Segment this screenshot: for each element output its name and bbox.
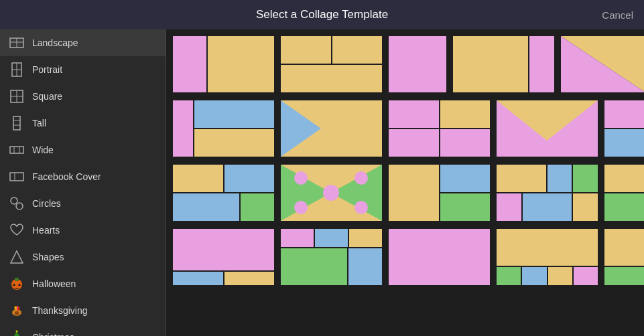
- main-layout: Landscape Portrait Square: [0, 29, 644, 336]
- sidebar-label-hearts: Hearts: [32, 225, 60, 236]
- app-header: Select a Collage Template Cancel: [0, 0, 644, 29]
- sidebar-item-shapes[interactable]: Shapes: [0, 244, 166, 270]
- wide-icon: [9, 143, 24, 157]
- square-icon: [9, 89, 24, 104]
- template-item[interactable]: [387, 35, 448, 94]
- thanksgiving-icon: [9, 303, 24, 318]
- template-row-3: [172, 163, 639, 222]
- hearts-icon: [9, 223, 24, 238]
- cancel-button[interactable]: Cancel: [602, 9, 633, 21]
- template-item[interactable]: [603, 228, 644, 286]
- template-item[interactable]: [495, 163, 599, 222]
- sidebar-label-thanksgiving: Thanksgiving: [32, 305, 88, 316]
- sidebar-label-shapes: Shapes: [32, 252, 64, 262]
- landscape-icon: [9, 35, 24, 50]
- sidebar-item-thanksgiving[interactable]: Thanksgiving: [0, 297, 166, 324]
- sidebar-item-hearts[interactable]: Hearts: [0, 217, 166, 244]
- template-item[interactable]: [279, 99, 383, 158]
- svg-rect-15: [10, 173, 23, 181]
- template-item[interactable]: [279, 228, 383, 286]
- template-item[interactable]: [279, 35, 383, 94]
- template-item[interactable]: [603, 163, 644, 222]
- template-row-4: [172, 228, 639, 286]
- sidebar-label-wide: Wide: [32, 145, 54, 155]
- svg-rect-12: [10, 147, 23, 153]
- facebook-icon: [9, 169, 24, 184]
- sidebar-item-landscape[interactable]: Landscape: [0, 29, 166, 56]
- template-item[interactable]: [495, 99, 599, 158]
- template-item[interactable]: [387, 228, 491, 286]
- svg-marker-19: [11, 251, 23, 263]
- portrait-icon: [9, 62, 24, 77]
- svg-point-39: [323, 185, 339, 201]
- sidebar-item-wide[interactable]: Wide: [0, 137, 166, 163]
- template-item[interactable]: [495, 228, 599, 286]
- template-row-2: [172, 99, 639, 158]
- sidebar-item-portrait[interactable]: Portrait: [0, 56, 166, 83]
- sidebar-label-square: Square: [32, 91, 62, 102]
- svg-point-40: [294, 171, 308, 185]
- sidebar-label-halloween: Halloween: [32, 278, 76, 289]
- svg-point-18: [16, 203, 23, 209]
- dialog-title: Select a Collage Template: [256, 8, 388, 21]
- svg-point-29: [16, 331, 18, 333]
- sidebar-item-tall[interactable]: Tall: [0, 110, 166, 137]
- sidebar-label-portrait: Portrait: [32, 64, 62, 75]
- sidebar-label-landscape: Landscape: [32, 37, 78, 48]
- sidebar-item-halloween[interactable]: Halloween: [0, 270, 166, 297]
- tall-icon: [9, 116, 24, 131]
- sidebar: Landscape Portrait Square: [0, 29, 166, 336]
- template-item[interactable]: [560, 35, 644, 94]
- sidebar-item-facebook[interactable]: Facebook Cover: [0, 163, 166, 190]
- svg-point-42: [294, 201, 308, 214]
- template-item[interactable]: [452, 35, 556, 94]
- template-item[interactable]: [387, 99, 491, 158]
- template-item[interactable]: [172, 228, 275, 286]
- template-item[interactable]: [279, 163, 383, 222]
- sidebar-item-christmas[interactable]: Christmas: [0, 324, 166, 336]
- sidebar-label-facebook: Facebook Cover: [32, 171, 101, 182]
- svg-point-17: [11, 197, 17, 204]
- svg-point-25: [15, 311, 19, 315]
- svg-point-43: [355, 201, 368, 214]
- christmas-icon: [9, 330, 24, 336]
- svg-rect-9: [13, 116, 20, 130]
- template-grid: [166, 29, 644, 336]
- sidebar-item-square[interactable]: Square: [0, 83, 166, 110]
- halloween-icon: [9, 276, 24, 291]
- shapes-icon: [9, 250, 24, 264]
- sidebar-item-circles[interactable]: Circles: [0, 190, 166, 217]
- svg-rect-21: [15, 278, 19, 281]
- template-row-1: [172, 35, 639, 94]
- circles-icon: [9, 196, 24, 211]
- svg-point-41: [355, 171, 368, 185]
- template-item[interactable]: [172, 35, 275, 94]
- sidebar-label-christmas: Christmas: [32, 332, 74, 336]
- sidebar-label-circles: Circles: [32, 198, 61, 209]
- template-item[interactable]: [172, 163, 275, 222]
- template-item[interactable]: [387, 163, 491, 222]
- sidebar-label-tall: Tall: [32, 118, 46, 129]
- template-item[interactable]: [603, 99, 644, 158]
- template-item[interactable]: [172, 99, 275, 158]
